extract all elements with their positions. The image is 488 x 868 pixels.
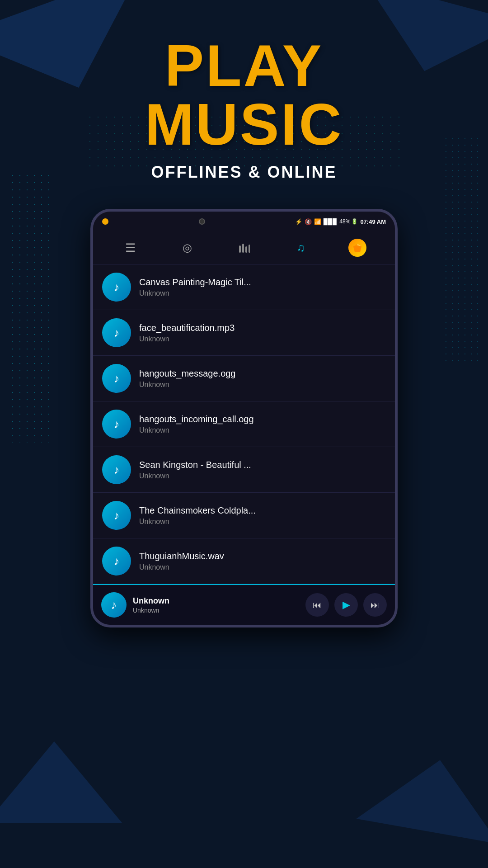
song-info-4: Sean Kingston - Beautiful ... Unknown (139, 460, 386, 480)
song-music-note-4: ♪ (114, 463, 120, 477)
svg-rect-3 (249, 245, 250, 253)
title-section: PLAY MUSIC OFFLINES & ONLINE (0, 0, 488, 182)
song-info-3: hangouts_incoming_call.ogg Unknown (139, 414, 386, 434)
subtitle: OFFLINES & ONLINE (0, 163, 488, 182)
status-right: ⚡ 🔇 📶 ▉▉▉ 48% 🔋 07:49 AM (295, 218, 386, 225)
song-item[interactable]: ♪ hangouts_message.ogg Unknown (93, 356, 395, 401)
svg-rect-0 (239, 245, 241, 253)
battery-percent: 48% (339, 218, 350, 225)
song-avatar-2: ♪ (102, 364, 131, 393)
player-title: Unknown (133, 596, 299, 606)
song-info-5: The Chainsmokers Coldpla... Unknown (139, 505, 386, 526)
song-music-note-1: ♪ (114, 326, 120, 340)
signal-icon: ▉▉▉ (324, 218, 337, 225)
song-item[interactable]: ♪ face_beautification.mp3 Unknown (93, 310, 395, 356)
song-list: ♪ Canvas Painting-Magic Til... Unknown ♪… (93, 264, 395, 584)
song-info-1: face_beautification.mp3 Unknown (139, 323, 386, 343)
player-info: Unknown Unknown (133, 596, 299, 614)
bg-triangle-bottomright (357, 747, 488, 844)
song-music-note-2: ♪ (114, 372, 120, 386)
bg-triangle-bottomleft (0, 741, 122, 823)
player-music-note: ♪ (111, 598, 117, 612)
song-avatar-0: ♪ (102, 273, 131, 302)
song-artist-2: Unknown (139, 381, 386, 389)
song-avatar-5: ♪ (102, 501, 131, 530)
song-item[interactable]: ♪ Sean Kingston - Beautiful ... Unknown (93, 447, 395, 493)
song-item[interactable]: ♪ ThuguianhMusic.wav Unknown (93, 538, 395, 584)
player-avatar: ♪ (101, 592, 127, 618)
player-bar: ♪ Unknown Unknown ⏮ ▶ ⏭ (93, 584, 395, 625)
sound-icon: 🔇 (305, 218, 312, 225)
phone-frame: ⚡ 🔇 📶 ▉▉▉ 48% 🔋 07:49 AM ☰ ◎ (90, 209, 398, 627)
status-bar: ⚡ 🔇 📶 ▉▉▉ 48% 🔋 07:49 AM (93, 212, 395, 231)
svg-marker-6 (353, 245, 361, 252)
song-item[interactable]: ♪ hangouts_incoming_call.ogg Unknown (93, 401, 395, 447)
song-artist-6: Unknown (139, 563, 386, 571)
forward-button[interactable]: ⏭ (363, 593, 387, 617)
song-item[interactable]: ♪ Canvas Painting-Magic Til... Unknown (93, 264, 395, 310)
song-avatar-3: ♪ (102, 410, 131, 439)
status-led (102, 218, 108, 225)
song-title-4: Sean Kingston - Beautiful ... (139, 460, 386, 470)
song-title-6: ThuguianhMusic.wav (139, 551, 386, 561)
title-line1: PLAY (0, 36, 488, 95)
battery-indicator: 48% 🔋 (339, 218, 358, 225)
song-avatar-4: ♪ (102, 455, 131, 484)
song-music-note-0: ♪ (114, 280, 120, 294)
app-toolbar: ☰ ◎ ♫ (93, 231, 395, 264)
dot-grid-left (9, 172, 54, 443)
song-title-2: hangouts_message.ogg (139, 368, 386, 379)
gem-icon[interactable] (348, 239, 366, 257)
status-left (102, 218, 108, 225)
song-avatar-6: ♪ (102, 547, 131, 576)
battery-icon: 🔋 (351, 218, 358, 225)
song-artist-0: Unknown (139, 289, 386, 297)
song-avatar-1: ♪ (102, 318, 131, 347)
title-line2: MUSIC (0, 95, 488, 154)
song-item[interactable]: ♪ The Chainsmokers Coldpla... Unknown (93, 493, 395, 538)
song-info-0: Canvas Painting-Magic Til... Unknown (139, 277, 386, 297)
song-music-note-3: ♪ (114, 417, 120, 431)
song-title-1: face_beautification.mp3 (139, 323, 386, 333)
radio-icon[interactable]: ◎ (178, 239, 196, 257)
player-artist: Unknown (133, 607, 299, 614)
phone-mockup: ⚡ 🔇 📶 ▉▉▉ 48% 🔋 07:49 AM ☰ ◎ (90, 209, 398, 627)
song-music-note-5: ♪ (114, 509, 120, 523)
equalizer-icon[interactable] (235, 239, 253, 257)
music-app-icon[interactable]: ♫ (292, 239, 310, 257)
song-artist-3: Unknown (139, 426, 386, 434)
menu-icon[interactable]: ☰ (122, 239, 140, 257)
song-title-5: The Chainsmokers Coldpla... (139, 505, 386, 516)
camera-indicator (199, 218, 205, 225)
play-button[interactable]: ▶ (334, 593, 358, 617)
status-time: 07:49 AM (360, 218, 386, 225)
bluetooth-icon: ⚡ (295, 218, 302, 225)
song-info-2: hangouts_message.ogg Unknown (139, 368, 386, 389)
rewind-button[interactable]: ⏮ (305, 593, 329, 617)
song-artist-4: Unknown (139, 472, 386, 480)
svg-rect-1 (242, 244, 244, 253)
wifi-icon: 📶 (314, 218, 321, 225)
song-artist-1: Unknown (139, 335, 386, 343)
song-title-0: Canvas Painting-Magic Til... (139, 277, 386, 288)
main-title: PLAY MUSIC (0, 36, 488, 154)
status-center (199, 218, 205, 225)
song-music-note-6: ♪ (114, 554, 120, 568)
song-title-3: hangouts_incoming_call.ogg (139, 414, 386, 425)
svg-rect-2 (245, 246, 247, 253)
song-artist-5: Unknown (139, 518, 386, 526)
player-controls[interactable]: ⏮ ▶ ⏭ (305, 593, 387, 617)
song-info-6: ThuguianhMusic.wav Unknown (139, 551, 386, 571)
